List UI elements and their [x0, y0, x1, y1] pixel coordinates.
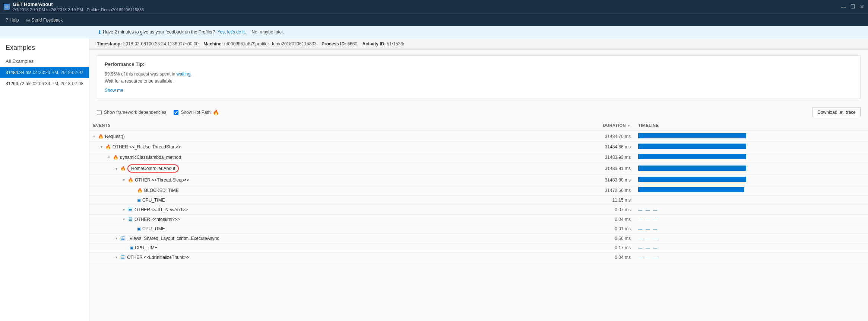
duration-cell-12: 0.04 ms [518, 253, 635, 262]
expand-button-10[interactable]: ▾ [115, 236, 117, 240]
event-name-highlighted-3[interactable]: HomeController.About [127, 164, 179, 173]
expand-button-7[interactable]: ▾ [123, 208, 125, 212]
table-row: 🔥BLOCKED_TIME31472.66 ms [89, 185, 868, 196]
expand-button-8[interactable]: ▾ [123, 217, 125, 221]
event-cell-2: ▾🔥dynamicClass.lambda_method [89, 152, 518, 163]
event-name-9: CPU_TIME [142, 226, 165, 231]
expand-button-12[interactable]: ▾ [115, 255, 117, 259]
toolbar: ? Help ◎ Send Feedback [0, 13, 868, 26]
cpu-stack-icon-10: ☰ [120, 235, 126, 241]
perf-tip-line1: 99.96% of this request was spent in [105, 71, 175, 77]
events-table: EVENTS DURATION ▼ TIMELINE ▾🔥Request()31… [89, 120, 868, 262]
duration-cell-2: 31483.93 ms [518, 152, 635, 163]
close-button[interactable]: ✕ [860, 4, 864, 10]
flame-icon-2: 🔥 [113, 155, 118, 160]
perf-tip-line2: Wait for a resource to be available. [105, 78, 174, 84]
table-row: ▾🔥Request()31484.70 ms [89, 131, 868, 142]
machine-label: Machine: [203, 41, 223, 46]
sidebar-timestamp-1: 02:06:34 PM, 2018-02-08 [33, 81, 83, 86]
col-header-duration[interactable]: DURATION ▼ [518, 120, 635, 131]
timeline-bar-5 [638, 187, 744, 192]
timeline-dash-11: — — — [638, 245, 658, 250]
timeline-bar-0 [638, 133, 746, 138]
sidebar-duration-1: 31294.72 ms [6, 81, 31, 86]
framework-checkbox[interactable] [97, 110, 102, 115]
sidebar-section-title: All Examples [0, 55, 89, 67]
show-me-link[interactable]: Show me [105, 88, 123, 93]
table-row: ▾🔥OTHER <<_RtlUserThreadStart>>31484.66 … [89, 142, 868, 152]
no-link[interactable]: No, maybe later. [251, 29, 284, 35]
event-name-4: OTHER <<Thread.Sleep>> [135, 177, 189, 183]
timeline-dash-7: — — — [638, 208, 658, 212]
help-icon: ? [6, 17, 8, 23]
event-cell-10: ▾☰_Views_Shared_Layout_cshtml.ExecuteAsy… [89, 234, 518, 243]
hotpath-checkbox[interactable] [174, 110, 178, 115]
table-row: ▾🔥dynamicClass.lambda_method31483.93 ms [89, 152, 868, 163]
info-icon: ℹ [99, 29, 101, 35]
cpu-stack-icon-12: ☰ [120, 254, 126, 260]
sidebar: Examples All Examples 31484.84 ms 04:33:… [0, 38, 89, 321]
duration-cell-10: 0.56 ms [518, 234, 635, 243]
minimize-button[interactable]: — [841, 4, 846, 10]
table-row: ▣CPU_TIME11.15 ms [89, 196, 868, 205]
timeline-cell-10: — — — [634, 234, 868, 243]
feedback-button[interactable]: ◎ Send Feedback [26, 17, 63, 23]
duration-cell-6: 11.15 ms [518, 196, 635, 205]
table-row: ▾🔥HomeController.About31483.91 ms [89, 163, 868, 175]
event-cell-5: 🔥BLOCKED_TIME [89, 185, 518, 196]
framework-checkbox-label[interactable]: Show framework dependencies [97, 110, 166, 115]
event-name-7: OTHER <<JIT_NewArr1>> [134, 207, 188, 212]
expand-button-3[interactable]: ▾ [115, 167, 117, 171]
expand-button-0[interactable]: ▾ [93, 134, 95, 138]
download-button[interactable]: Download .etl trace [812, 107, 861, 117]
event-name-11: CPU_TIME [135, 245, 158, 250]
waiting-link[interactable]: waiting. [177, 71, 192, 77]
duration-cell-0: 31484.70 ms [518, 131, 635, 142]
yes-link[interactable]: Yes, let's do it. [218, 29, 246, 35]
event-cell-4: ▾🔥OTHER <<Thread.Sleep>> [89, 175, 518, 185]
sidebar-title: Examples [0, 44, 89, 55]
timeline-bar-3 [638, 166, 746, 171]
table-row: ▾☰OTHER <<LdrInitializeThunk>>0.04 ms— —… [89, 253, 868, 262]
timeline-cell-7: — — — [634, 205, 868, 215]
sidebar-timestamp-0: 04:33:23 PM, 2018-02-07 [33, 70, 83, 75]
timestamp-label: Timestamp: [97, 41, 122, 46]
performance-tip: Performance Tip: 99.96% of this request … [97, 55, 861, 99]
timeline-bar-4 [638, 177, 746, 182]
sidebar-item-0[interactable]: 31484.84 ms 04:33:23 PM, 2018-02-07 [0, 67, 89, 78]
table-row: ▾☰_Views_Shared_Layout_cshtml.ExecuteAsy… [89, 234, 868, 243]
flame-icon-3: 🔥 [120, 166, 126, 171]
event-cell-7: ▾☰OTHER <<JIT_NewArr1>> [89, 205, 518, 215]
help-button[interactable]: ? Help [6, 17, 19, 23]
event-name-0: Request() [105, 134, 125, 139]
title-bar: ⊞ GET Home/About 2/7/2018 2:19 PM to 2/8… [0, 0, 868, 13]
title-main: GET Home/About [13, 1, 144, 7]
timeline-dash-12: — — — [638, 255, 658, 260]
duration-cell-3: 31483.91 ms [518, 163, 635, 175]
hotpath-checkbox-label[interactable]: Show Hot Path 🔥 [174, 109, 219, 115]
duration-cell-9: 0.01 ms [518, 224, 635, 234]
events-body: ▾🔥Request()31484.70 ms▾🔥OTHER <<_RtlUser… [89, 131, 868, 262]
event-name-6: CPU_TIME [142, 198, 165, 203]
timeline-cell-12: — — — [634, 253, 868, 262]
timeline-cell-3 [634, 163, 868, 175]
flame-hot-path-icon: 🔥 [213, 109, 219, 115]
title-sub: 2/7/2018 2:19 PM to 2/8/2018 2:19 PM - P… [13, 7, 144, 12]
expand-button-2[interactable]: ▾ [108, 155, 110, 159]
timeline-bar-2 [638, 154, 746, 159]
event-name-12: OTHER <<LdrInitializeThunk>> [127, 255, 189, 260]
process-label: Process ID: [321, 41, 346, 46]
expand-button-1[interactable]: ▾ [101, 145, 102, 149]
sidebar-item-1[interactable]: 31294.72 ms 02:06:34 PM, 2018-02-08 [0, 78, 89, 89]
event-cell-12: ▾☰OTHER <<LdrInitializeThunk>> [89, 253, 518, 262]
timeline-dash-9: — — — [638, 227, 658, 231]
table-row: ▾☰OTHER <<ntoskrnl?>>0.04 ms— — — [89, 215, 868, 224]
restore-button[interactable]: ❐ [850, 4, 855, 10]
sidebar-duration-0: 31484.84 ms [6, 70, 31, 75]
timeline-cell-11: — — — [634, 243, 868, 253]
event-cell-3: ▾🔥HomeController.About [89, 163, 518, 175]
col-header-timeline: TIMELINE [634, 120, 868, 131]
app-icon: ⊞ [4, 4, 10, 10]
content-area: Timestamp: 2018-02-08T00:33:24.1136907+0… [89, 38, 868, 321]
expand-button-4[interactable]: ▾ [123, 178, 125, 182]
